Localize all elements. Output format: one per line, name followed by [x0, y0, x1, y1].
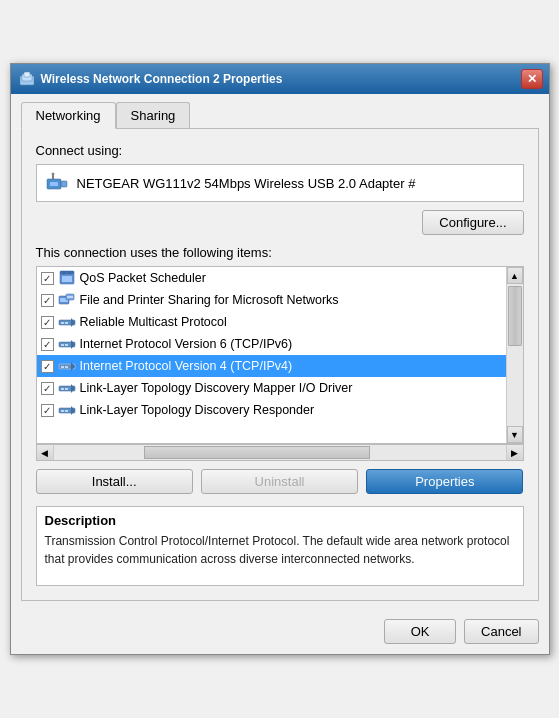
horiz-scroll-thumb[interactable]: [144, 446, 370, 459]
description-box: Description Transmission Control Protoco…: [36, 506, 524, 586]
uninstall-button[interactable]: Uninstall: [201, 469, 358, 494]
scroll-up-arrow[interactable]: ▲: [507, 267, 523, 284]
svg-rect-27: [61, 366, 64, 368]
configure-button[interactable]: Configure...: [422, 210, 523, 235]
list-item-icon: [58, 401, 76, 419]
list-item-checkbox[interactable]: ✓: [41, 316, 54, 329]
configure-btn-row: Configure...: [36, 210, 524, 235]
svg-rect-2: [24, 72, 30, 77]
svg-rect-31: [61, 388, 64, 390]
tabs: Networking Sharing: [21, 102, 539, 128]
scroll-thumb[interactable]: [508, 286, 522, 346]
svg-marker-30: [71, 384, 75, 393]
svg-marker-26: [71, 362, 75, 371]
list-item-icon: [58, 335, 76, 353]
list-item-icon: [58, 291, 76, 309]
list-item[interactable]: ✓ Internet Protocol Version 6 (TCP/IPv6): [37, 333, 506, 355]
list-item-checkbox[interactable]: ✓: [41, 272, 54, 285]
window: Wireless Network Connection 2 Properties…: [10, 63, 550, 655]
svg-rect-36: [65, 410, 68, 412]
window-icon: [19, 71, 35, 87]
items-list: ✓ QoS Packet Scheduler✓ File and Printer…: [37, 267, 506, 443]
description-title: Description: [45, 513, 515, 528]
title-bar: Wireless Network Connection 2 Properties…: [11, 64, 549, 94]
list-item[interactable]: ✓ QoS Packet Scheduler: [37, 267, 506, 289]
svg-marker-18: [71, 318, 75, 327]
list-item-name: Reliable Multicast Protocol: [80, 315, 227, 329]
list-item-icon: [58, 313, 76, 331]
action-buttons: Install... Uninstall Properties: [36, 469, 524, 494]
description-text: Transmission Control Protocol/Internet P…: [45, 532, 515, 568]
properties-button[interactable]: Properties: [366, 469, 523, 494]
horiz-scroll-track: [54, 445, 506, 460]
list-item-name: Internet Protocol Version 4 (TCP/IPv4): [80, 359, 293, 373]
list-item-name: Internet Protocol Version 6 (TCP/IPv6): [80, 337, 293, 351]
list-item[interactable]: ✓ File and Printer Sharing for Microsoft…: [37, 289, 506, 311]
list-item[interactable]: ✓ Link-Layer Topology Discovery Responde…: [37, 399, 506, 421]
list-item-checkbox[interactable]: ✓: [41, 404, 54, 417]
svg-rect-16: [67, 296, 73, 298]
svg-point-7: [51, 173, 54, 176]
svg-rect-24: [65, 344, 68, 346]
svg-rect-4: [61, 181, 67, 187]
svg-rect-32: [65, 388, 68, 390]
list-item-checkbox[interactable]: ✓: [41, 382, 54, 395]
list-item[interactable]: ✓ Reliable Multicast Protocol: [37, 311, 506, 333]
items-label: This connection uses the following items…: [36, 245, 524, 260]
adapter-name: NETGEAR WG111v2 54Mbps Wireless USB 2.0 …: [77, 176, 515, 191]
window-title: Wireless Network Connection 2 Properties: [41, 72, 283, 86]
list-item-icon: [58, 357, 76, 375]
list-item-checkbox[interactable]: ✓: [41, 338, 54, 351]
svg-marker-34: [71, 406, 75, 415]
list-item-name: File and Printer Sharing for Microsoft N…: [80, 293, 339, 307]
bottom-buttons: OK Cancel: [11, 611, 549, 654]
install-button[interactable]: Install...: [36, 469, 193, 494]
list-item-icon: [58, 269, 76, 287]
scroll-track: [507, 284, 523, 426]
tab-networking[interactable]: Networking: [21, 102, 116, 129]
list-scrollbar: ▲ ▼: [506, 267, 523, 443]
scroll-right-arrow[interactable]: ▶: [506, 445, 523, 460]
connect-using-label: Connect using:: [36, 143, 524, 158]
list-item[interactable]: ✓ Link-Layer Topology Discovery Mapper I…: [37, 377, 506, 399]
svg-rect-10: [60, 271, 74, 274]
cancel-button[interactable]: Cancel: [464, 619, 538, 644]
svg-rect-19: [61, 322, 64, 324]
svg-rect-5: [50, 182, 58, 186]
scroll-left-arrow[interactable]: ◀: [37, 445, 54, 460]
horizontal-scrollbar: ◀ ▶: [36, 444, 524, 461]
svg-marker-22: [71, 340, 75, 349]
ok-button[interactable]: OK: [384, 619, 456, 644]
list-item-name: QoS Packet Scheduler: [80, 271, 206, 285]
close-button[interactable]: ✕: [521, 69, 543, 89]
scroll-down-arrow[interactable]: ▼: [507, 426, 523, 443]
list-item[interactable]: ✓ Internet Protocol Version 4 (TCP/IPv4): [37, 355, 506, 377]
list-item-icon: [58, 379, 76, 397]
content-area: Networking Sharing Connect using: NETGEA…: [11, 94, 549, 611]
list-item-name: Link-Layer Topology Discovery Mapper I/O…: [80, 381, 353, 395]
svg-rect-35: [61, 410, 64, 412]
adapter-icon: [45, 171, 69, 195]
svg-rect-23: [61, 344, 64, 346]
svg-rect-9: [62, 276, 72, 282]
list-item-name: Link-Layer Topology Discovery Responder: [80, 403, 315, 417]
tab-sharing[interactable]: Sharing: [116, 102, 191, 128]
svg-rect-28: [65, 366, 68, 368]
items-list-container: ✓ QoS Packet Scheduler✓ File and Printer…: [36, 266, 524, 444]
list-item-checkbox[interactable]: ✓: [41, 360, 54, 373]
svg-rect-20: [65, 322, 68, 324]
list-item-checkbox[interactable]: ✓: [41, 294, 54, 307]
adapter-box: NETGEAR WG111v2 54Mbps Wireless USB 2.0 …: [36, 164, 524, 202]
tab-panel-networking: Connect using: NETGEAR WG111v2 54Mbps Wi…: [21, 128, 539, 601]
